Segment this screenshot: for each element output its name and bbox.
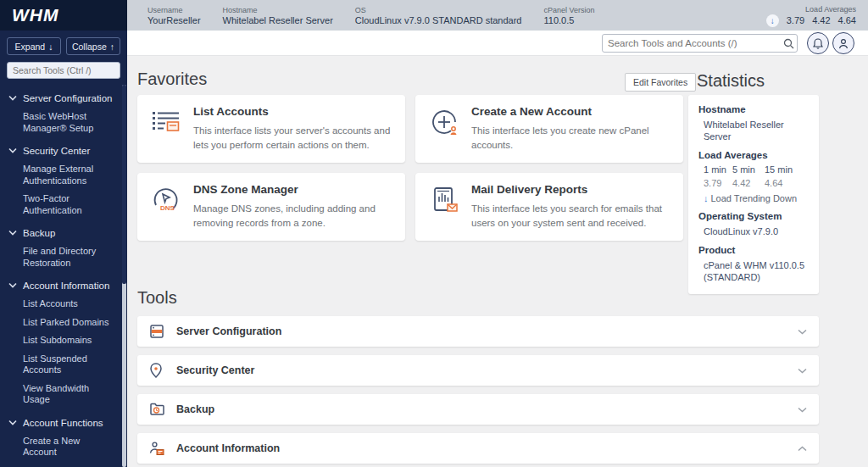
tool-group-account-information[interactable]: Account Information	[137, 433, 819, 464]
sidebar-item-manage-external-authentications[interactable]: Manage External Authentications	[23, 164, 115, 186]
chevron-down-icon	[8, 147, 17, 153]
tools-accordion: Server Configuration Security Center Bac…	[137, 316, 819, 467]
whm-logo[interactable]: WHM	[0, 0, 127, 31]
product-stat-label: Product	[698, 245, 809, 255]
load-15min: 4.64	[838, 15, 856, 25]
sidebar-section-server-configuration[interactable]: Server Configuration	[8, 92, 115, 104]
load-val-15min: 4.64	[765, 178, 802, 188]
load-col-15min: 15 min	[765, 164, 802, 175]
sidebar-search-input[interactable]	[7, 62, 120, 79]
product-stat-value: cPanel & WHM v110.0.5 (STANDARD)	[704, 259, 809, 283]
sidebar-item-list-subdomains[interactable]: List Subdomains	[23, 335, 115, 347]
account-information-icon	[149, 441, 166, 456]
card-title: DNS Zone Manager	[193, 183, 393, 196]
user-menu-button[interactable]	[832, 32, 854, 54]
card-description: This interface lets you search for email…	[471, 202, 671, 231]
sidebar-section-backup[interactable]: Backup	[8, 227, 115, 239]
sidebar: Expand ↓ Collapse ↑ Server Configuration…	[0, 31, 127, 467]
load-col-1min: 1 min	[704, 164, 732, 175]
chevron-down-icon	[8, 230, 17, 236]
section-label: Server Configuration	[23, 92, 112, 104]
dns-zone-manager-icon: DNS	[149, 183, 183, 231]
topbar-field-hostname: Hostname Whitelabel Reseller Server	[223, 5, 333, 26]
tool-group-security-center[interactable]: Security Center	[137, 355, 819, 386]
section-label: Security Center	[23, 145, 90, 157]
expand-label: Expand	[15, 42, 46, 52]
search-tools-accounts-input[interactable]	[603, 38, 780, 48]
sidebar-item-list-parked-domains[interactable]: List Parked Domains	[23, 317, 115, 329]
card-title: List Accounts	[193, 105, 393, 118]
sidebar-item-file-and-directory-restoration[interactable]: File and Directory Restoration	[23, 246, 115, 269]
card-mail-delivery-reports[interactable]: Mail Delivery Reports This interface let…	[415, 173, 683, 241]
card-title: Create a New Account	[471, 105, 671, 118]
sidebar-scrollbar-thumb[interactable]	[122, 85, 126, 284]
topbar-field-os: OS CloudLinux v7.9.0 STANDARD standard	[355, 5, 522, 26]
card-description: This interface lists your server's accou…	[193, 124, 393, 153]
bell-icon	[813, 38, 823, 49]
svg-text:DNS: DNS	[160, 204, 175, 212]
load-val-5min: 4.42	[732, 178, 765, 188]
sidebar-section-account-functions[interactable]: Account Functions	[8, 417, 115, 429]
search-icon[interactable]	[780, 38, 797, 49]
expand-button[interactable]: Expand ↓	[7, 37, 61, 55]
header-search	[602, 34, 798, 53]
sidebar-item-list-suspended-accounts[interactable]: List Suspended Accounts	[23, 353, 115, 376]
load-averages: Load Averages ↓ 3.79 4.42 4.64	[766, 4, 856, 27]
load-trend: ↓ Load Trending Down	[704, 193, 809, 203]
sidebar-item-two-factor-authentication[interactable]: Two-Factor Authentication	[23, 193, 115, 216]
sidebar-scrollbar-track[interactable]	[122, 85, 126, 467]
hostname-label: Hostname	[223, 5, 333, 15]
os-label: OS	[355, 5, 522, 15]
chevron-down-icon	[798, 407, 807, 413]
tool-group-server-configuration[interactable]: Server Configuration	[137, 316, 819, 347]
load-trend-down-icon: ↓	[766, 14, 779, 27]
card-list-accounts[interactable]: List Accounts This interface lists your …	[137, 95, 405, 163]
cpanel-version-value: 110.0.5	[543, 15, 594, 26]
cpanel-version-label: cPanel Version	[543, 5, 594, 15]
backup-icon	[149, 403, 166, 416]
security-center-icon	[149, 363, 166, 378]
topbar-field-cpanel-version: cPanel Version 110.0.5	[543, 5, 594, 26]
trend-label: Load Trending Down	[711, 193, 798, 203]
sidebar-item-view-bandwidth-usage[interactable]: View Bandwidth Usage	[23, 383, 115, 406]
load-1min: 3.79	[787, 15, 804, 25]
sidebar-section-account-information[interactable]: Account Information	[8, 280, 115, 292]
chevron-down-icon	[798, 329, 807, 335]
tool-group-label: Security Center	[176, 364, 254, 376]
chevron-down-icon	[8, 282, 17, 288]
sidebar-item-create-a-new-account[interactable]: Create a New Account	[23, 436, 115, 459]
sidebar-item-list-accounts[interactable]: List Accounts	[23, 298, 115, 310]
chevron-up-icon	[798, 446, 807, 452]
tool-group-backup[interactable]: Backup	[137, 394, 819, 425]
trend-down-arrow-icon: ↓	[704, 193, 709, 203]
card-description: This interface lets you create new cPane…	[471, 124, 671, 153]
topbar-field-username: Username YourReseller	[147, 5, 201, 26]
notifications-button[interactable]	[807, 32, 829, 54]
chevron-down-icon	[8, 95, 17, 101]
sidebar-section-security-center[interactable]: Security Center	[8, 145, 115, 157]
load-5min: 4.42	[812, 15, 830, 25]
mail-delivery-reports-icon	[427, 183, 461, 231]
load-col-5min: 5 min	[732, 164, 765, 175]
collapse-button[interactable]: Collapse ↑	[66, 37, 120, 55]
sidebar-item-basic-webhost-manager-setup[interactable]: Basic WebHost Manager® Setup	[23, 111, 115, 134]
card-create-new-account[interactable]: Create a New Account This interface lets…	[415, 95, 683, 163]
arrow-up-icon: ↑	[110, 42, 114, 52]
section-label: Backup	[23, 227, 55, 239]
user-icon	[838, 38, 849, 49]
card-title: Mail Delivery Reports	[471, 183, 671, 196]
collapse-label: Collapse	[72, 42, 107, 52]
username-label: Username	[147, 5, 201, 15]
topbar: WHM Username YourReseller Hostname White…	[0, 0, 868, 31]
favorites-title: Favorites	[137, 69, 207, 89]
card-dns-zone-manager[interactable]: DNS DNS Zone Manager Manage DNS zones, i…	[137, 173, 405, 241]
topbar-info: Username YourReseller Hostname Whitelabe…	[127, 0, 868, 31]
arrow-down-icon: ↓	[48, 42, 53, 52]
edit-favorites-button[interactable]: Edit Favorites	[625, 73, 696, 92]
tool-group-label: Account Information	[176, 442, 280, 454]
sidebar-nav: Server Configuration Basic WebHost Manag…	[0, 79, 127, 467]
os-stat-value: CloudLinux v7.9.0	[704, 225, 809, 237]
list-accounts-icon	[149, 105, 183, 153]
os-value: CloudLinux v7.9.0 STANDARD standard	[355, 15, 522, 26]
hostname-value: Whitelabel Reseller Server	[223, 15, 333, 26]
